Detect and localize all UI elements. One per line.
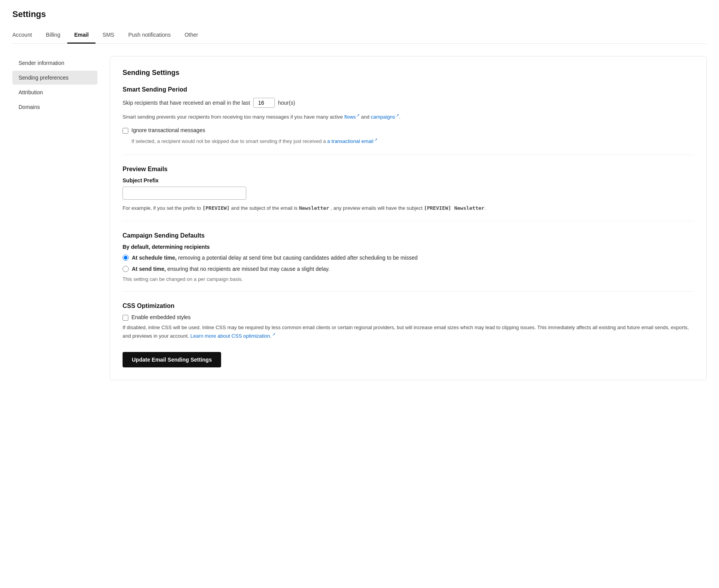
content-area: Sender information Sending preferences A… <box>0 44 719 393</box>
at-send-time-row: At send time, ensuring that no recipient… <box>123 265 694 273</box>
css-optimization-info: If disabled, inline CSS will be used. In… <box>123 324 694 340</box>
sidebar-item-domains[interactable]: Domains <box>12 100 97 114</box>
flows-link[interactable]: flows↗ <box>344 114 360 120</box>
css-optimization-subsection-title: CSS Optimization <box>123 302 694 309</box>
enable-embedded-styles-checkbox[interactable] <box>123 315 128 321</box>
tab-billing[interactable]: Billing <box>39 27 67 44</box>
smart-sending-info: Smart sending prevents your recipients f… <box>123 112 694 121</box>
prefix-example: [PREVIEW] <box>203 205 230 211</box>
tab-email[interactable]: Email <box>67 27 95 44</box>
tab-push-notifications[interactable]: Push notifications <box>121 27 178 44</box>
campaign-defaults-subsection-title: Campaign Sending Defaults <box>123 232 694 239</box>
at-send-time-bold: At send time, <box>132 266 166 272</box>
ignore-transactional-desc: If selected, a recipient would not be sk… <box>131 137 694 145</box>
main-panel: Sending Settings Smart Sending Period Sk… <box>110 56 707 380</box>
preview-emails-subsection-title: Preview Emails <box>123 166 694 173</box>
smart-sending-label-before: Skip recipients that have received an em… <box>123 100 250 106</box>
tab-other[interactable]: Other <box>177 27 205 44</box>
preview-emails-info: For example, if you set the prefix to [P… <box>123 204 694 212</box>
at-schedule-time-rest: removing a potential delay at send time … <box>178 255 418 261</box>
page-header: Settings Account Billing Email SMS Push … <box>0 0 719 44</box>
at-send-time-radio[interactable] <box>123 266 129 272</box>
subject-prefix-input[interactable] <box>123 187 246 200</box>
top-nav: Account Billing Email SMS Push notificat… <box>12 27 707 44</box>
tab-sms[interactable]: SMS <box>95 27 121 44</box>
at-send-time-label[interactable]: At send time, ensuring that no recipient… <box>132 265 330 273</box>
tab-account[interactable]: Account <box>12 27 39 44</box>
transactional-email-external-icon: ↗ <box>374 138 377 142</box>
enable-embedded-styles-label[interactable]: Enable embedded styles <box>131 314 191 320</box>
at-send-time-rest: ensuring that no recipients are missed b… <box>167 266 330 272</box>
at-schedule-time-radio[interactable] <box>123 255 129 261</box>
smart-sending-subsection-title: Smart Sending Period <box>123 86 694 93</box>
smart-sending-hours-input[interactable] <box>253 98 275 108</box>
campaigns-external-icon: ↗ <box>396 113 399 117</box>
ignore-transactional-row: Ignore transactional messages <box>123 127 694 134</box>
campaigns-link[interactable]: campaigns↗ <box>371 114 399 120</box>
ignore-transactional-checkbox[interactable] <box>123 128 128 134</box>
result-example: [PREVIEW] Newsletter <box>424 205 485 211</box>
divider-1 <box>123 155 694 155</box>
sidebar: Sender information Sending preferences A… <box>12 56 97 115</box>
css-optimization-learn-link[interactable]: Learn more about CSS optimization.↗ <box>191 333 276 339</box>
update-email-sending-settings-button[interactable]: Update Email Sending Settings <box>123 352 221 367</box>
divider-3 <box>123 291 694 292</box>
at-schedule-time-label[interactable]: At schedule time, removing a potential d… <box>132 254 417 262</box>
css-learn-external-icon: ↗ <box>272 332 275 336</box>
campaign-setting-note: This setting can be changed on a per cam… <box>123 276 694 282</box>
enable-embedded-styles-row: Enable embedded styles <box>123 314 694 321</box>
smart-sending-row: Skip recipients that have received an em… <box>123 98 694 108</box>
page-title: Settings <box>12 9 707 19</box>
sidebar-item-sending-preferences[interactable]: Sending preferences <box>12 71 97 85</box>
smart-sending-label-after: hour(s) <box>278 100 295 106</box>
at-schedule-time-bold: At schedule time, <box>132 255 177 261</box>
subject-prefix-label: Subject Prefix <box>123 177 694 184</box>
flows-external-icon: ↗ <box>356 113 360 117</box>
section-title: Sending Settings <box>123 69 694 77</box>
subject-example: Newsletter <box>299 205 329 211</box>
ignore-transactional-label[interactable]: Ignore transactional messages <box>131 127 205 133</box>
campaign-defaults-label: By default, determining recipients <box>123 244 694 250</box>
at-schedule-time-row: At schedule time, removing a potential d… <box>123 254 694 262</box>
transactional-email-link[interactable]: a transactional email↗ <box>327 138 377 144</box>
sidebar-item-sender-information[interactable]: Sender information <box>12 56 97 70</box>
sidebar-item-attribution[interactable]: Attribution <box>12 85 97 99</box>
divider-2 <box>123 221 694 221</box>
